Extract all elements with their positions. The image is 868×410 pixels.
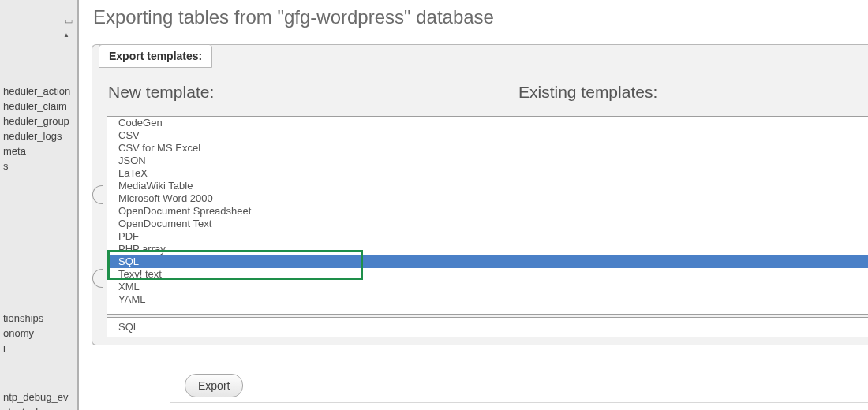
- export-templates-panel: Export templates: New template: Existing…: [92, 44, 868, 345]
- sidebar-item[interactable]: tionships: [0, 311, 77, 326]
- sidebar-item[interactable]: ntp_debug_ev: [0, 390, 77, 404]
- sidebar-tree-mid: tionships onomy i: [0, 311, 77, 356]
- format-option[interactable]: CodeGen: [107, 117, 868, 129]
- format-option[interactable]: JSON: [107, 155, 868, 167]
- sidebar-tree-top: heduler_action heduler_claim heduler_gro…: [0, 84, 77, 173]
- format-option[interactable]: MediaWiki Table: [107, 180, 868, 192]
- existing-templates-label: Existing templates:: [518, 83, 657, 102]
- page-title: Exporting tables from "gfg-wordpress" da…: [79, 0, 868, 28]
- format-option[interactable]: OpenDocument Spreadsheet: [107, 205, 868, 218]
- format-option[interactable]: PDF: [107, 230, 868, 243]
- sidebar-item[interactable]: heduler_group: [0, 114, 77, 129]
- format-option[interactable]: Microsoft Word 2000: [107, 192, 868, 205]
- panel-tab-label: Export templates:: [99, 44, 212, 68]
- connector-notch: [92, 185, 103, 204]
- sidebar-grip-icon: ▭: [65, 16, 73, 26]
- export-button[interactable]: Export: [185, 374, 243, 397]
- format-option[interactable]: CSV for MS Excel: [107, 142, 868, 155]
- sidebar-item[interactable]: s: [0, 158, 77, 173]
- sidebar-scroll-up-icon[interactable]: ▲: [63, 32, 69, 39]
- format-option[interactable]: XML: [107, 281, 868, 293]
- sidebar-item[interactable]: onomy: [0, 326, 77, 341]
- format-option[interactable]: OpenDocument Text: [107, 218, 868, 230]
- format-option[interactable]: PHP array: [107, 243, 868, 255]
- sidebar-item[interactable]: heduler_action: [0, 84, 77, 99]
- new-template-label: New template:: [108, 83, 518, 102]
- format-option[interactable]: YAML: [107, 293, 868, 306]
- sidebar-tree-bot: ntp_debug_ev stc_tasks_mc: [0, 390, 77, 410]
- sidebar-item[interactable]: heduler_claim: [0, 99, 77, 114]
- format-option[interactable]: SQL: [107, 255, 868, 268]
- connector-notch: [92, 269, 103, 288]
- sidebar: ▭ ▲ heduler_action heduler_claim heduler…: [0, 0, 79, 410]
- format-select[interactable]: CodeGenCSVCSV for MS ExcelJSONLaTeXMedia…: [107, 116, 868, 315]
- sidebar-item[interactable]: neduler_logs: [0, 129, 77, 144]
- sidebar-item[interactable]: stc_tasks_mc: [0, 404, 77, 410]
- selected-format-display[interactable]: SQL: [107, 317, 868, 337]
- divider: [170, 402, 868, 403]
- format-option[interactable]: Texy! text: [107, 268, 868, 281]
- format-option[interactable]: CSV: [107, 129, 868, 142]
- format-option[interactable]: LaTeX: [107, 167, 868, 180]
- sidebar-item[interactable]: i: [0, 341, 77, 356]
- main: Exporting tables from "gfg-wordpress" da…: [79, 0, 868, 410]
- sidebar-item[interactable]: meta: [0, 144, 77, 158]
